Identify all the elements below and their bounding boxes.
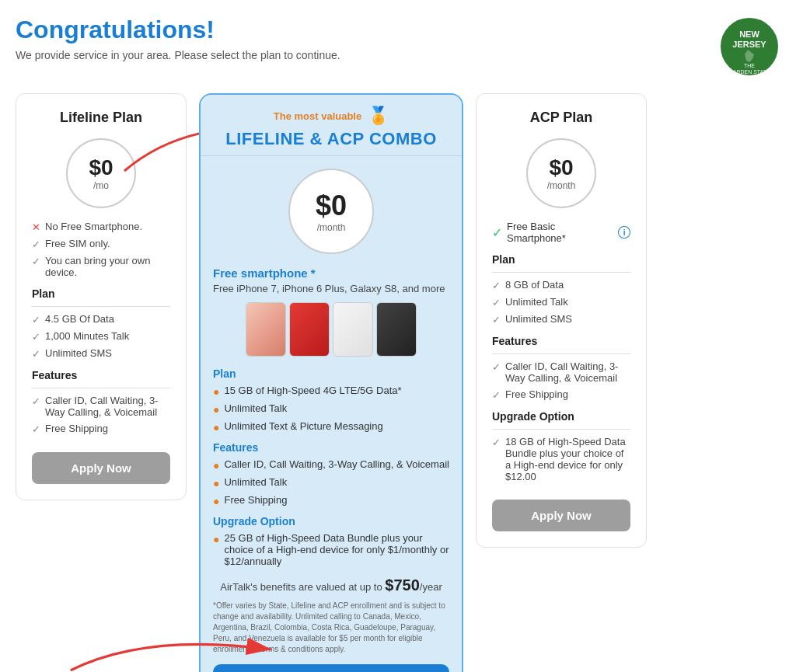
acp-voicemail: ✓ Caller ID, Call Waiting, 3-Way Calling…: [492, 360, 630, 384]
combo-header: The most valuable 🏅 LIFELINE & ACP COMBO: [201, 95, 462, 156]
lifeline-data: ✓ 4.5 GB Of Data: [32, 313, 170, 326]
svg-text:GARDEN STATE: GARDEN STATE: [728, 69, 770, 75]
acp-upgrade-label: Upgrade Option: [492, 410, 630, 423]
lifeline-voicemail: ✓ Caller ID, Call Waiting, 3-Way Calling…: [32, 395, 170, 418]
acp-talk: ✓ Unlimited Talk: [492, 296, 630, 308]
divider: [492, 272, 630, 273]
acp-shipping-text: Free Shipping: [505, 388, 568, 400]
acp-free-phone-row: ✓ Free Basic Smartphone* i: [492, 221, 630, 244]
orange-dot-icon: ●: [213, 421, 219, 433]
orange-dot-icon: ●: [213, 533, 219, 545]
combo-plan-label: Plan: [213, 367, 449, 380]
acp-plan-title: ACP Plan: [492, 110, 630, 126]
combo-upgrade-item: ● 25 GB of High-Speed Data Bundle plus y…: [213, 532, 449, 567]
info-icon[interactable]: i: [618, 226, 630, 239]
lifeline-no-smartphone-text: No Free Smartphone.: [45, 221, 142, 232]
combo-talk: ● Unlimited Talk: [213, 402, 449, 416]
airtalk-period: /year: [420, 581, 442, 593]
combo-data: ● 15 GB of High-Speed 4G LTE/5G Data*: [213, 385, 449, 398]
lifeline-talk: ✓ 1,000 Minutes Talk: [32, 330, 170, 343]
acp-shipping: ✓ Free Shipping: [492, 388, 630, 401]
check-icon: ✓: [492, 314, 501, 326]
lifeline-price-circle: $0 /mo: [66, 138, 136, 208]
lifeline-price: $0: [89, 155, 113, 180]
combo-badge-row: The most valuable 🏅: [213, 106, 449, 126]
svg-text:THE: THE: [744, 63, 755, 68]
check-icon: ✓: [492, 389, 501, 401]
combo-text: ● Unlimited Text & Picture Messaging: [213, 420, 449, 433]
lifeline-shipping: ✓ Free Shipping: [32, 423, 170, 435]
combo-price-circle: $0 /month: [288, 169, 374, 254]
orange-dot-icon: ●: [213, 459, 219, 472]
airtalk-amount: $750: [385, 576, 420, 594]
lifeline-features-label: Features: [32, 369, 170, 381]
green-check-icon: ✓: [492, 225, 502, 240]
lifeline-apply-button[interactable]: Apply Now: [32, 452, 170, 484]
combo-free-shipping-text: Free Shipping: [224, 494, 287, 506]
phone-images: [213, 302, 449, 357]
lifeline-byod: ✓ You can bring your own device.: [32, 255, 170, 278]
airtalk-value-text: AirTalk's benefits are valued at up to: [220, 581, 382, 593]
lifeline-shipping-text: Free Shipping: [45, 423, 108, 434]
acp-upgrade-item: ✓ 18 GB of High-Speed Data Bundle plus y…: [492, 436, 630, 482]
combo-plan-card: The most valuable 🏅 LIFELINE & ACP COMBO…: [199, 93, 463, 672]
combo-free-smartphone-label: Free smartphone *: [213, 266, 449, 280]
lifeline-sms: ✓ Unlimited SMS: [32, 347, 170, 360]
lifeline-plan-title: Lifeline Plan: [32, 110, 170, 126]
orange-dot-icon: ●: [213, 385, 219, 398]
lifeline-no-smartphone: ✕ No Free Smartphone.: [32, 221, 170, 233]
lifeline-data-text: 4.5 GB Of Data: [45, 313, 114, 325]
airtalk-value: AirTalk's benefits are valued at up to $…: [213, 576, 449, 594]
combo-apply-button[interactable]: Apply Now: [213, 664, 449, 672]
acp-apply-button[interactable]: Apply Now: [492, 500, 630, 531]
congratulations-title: Congratulations!: [16, 16, 340, 44]
combo-voicemail: ● Caller ID, Call Waiting, 3-Way Calling…: [213, 458, 449, 472]
acp-period: /month: [547, 180, 576, 191]
acp-price: $0: [549, 155, 573, 180]
acp-price-circle: $0 /month: [526, 138, 596, 208]
check-icon: ✓: [32, 314, 40, 326]
check-icon: ✓: [492, 437, 501, 448]
combo-voicemail-text: Caller ID, Call Waiting, 3-Way Calling, …: [224, 458, 449, 470]
acp-plan-label: Plan: [492, 253, 630, 266]
check-icon: ✓: [492, 280, 501, 291]
medal-icon: 🏅: [368, 106, 389, 126]
phone-white: [333, 302, 373, 357]
divider: [492, 353, 630, 354]
plans-container: Lifeline Plan $0 /mo ✕ No Free Smartphon…: [16, 93, 780, 672]
combo-body: $0 /month Free smartphone * Free iPhone …: [201, 156, 462, 672]
combo-unlimited-talk-text: Unlimited Talk: [224, 476, 287, 488]
page-subtitle: We provide service in your area. Please …: [16, 49, 340, 61]
phone-rose: [246, 302, 286, 357]
acp-talk-text: Unlimited Talk: [505, 296, 568, 308]
lifeline-plan-label: Plan: [32, 287, 170, 300]
combo-period: /month: [317, 222, 346, 233]
acp-sms-text: Unlimited SMS: [505, 313, 572, 325]
combo-features-label: Features: [213, 441, 449, 454]
check-icon: ✓: [32, 256, 40, 267]
check-icon: ✓: [32, 239, 40, 250]
phone-red: [289, 302, 330, 357]
check-icon: ✓: [492, 297, 501, 308]
acp-sms: ✓ Unlimited SMS: [492, 313, 630, 326]
svg-text:JERSEY: JERSEY: [732, 40, 766, 49]
nj-state-logo: NEW JERSEY THE GARDEN STATE: [718, 16, 780, 78]
lifeline-byod-text: You can bring your own device.: [45, 255, 170, 278]
combo-text-text: Unlimited Text & Picture Messaging: [224, 420, 382, 432]
lifeline-period: /mo: [93, 180, 109, 191]
acp-data: ✓ 8 GB of Data: [492, 279, 630, 291]
combo-upgrade-text: 25 GB of High-Speed Data Bundle plus you…: [224, 532, 449, 567]
combo-data-text: 15 GB of High-Speed 4G LTE/5G Data*: [224, 385, 401, 396]
phone-dark: [376, 302, 417, 357]
combo-disclaimer: *Offer varies by State, Lifeline and ACP…: [213, 601, 449, 655]
divider: [32, 388, 170, 388]
check-icon: ✓: [32, 423, 40, 435]
acp-upgrade-text: 18 GB of High-Speed Data Bundle plus you…: [505, 436, 630, 482]
acp-features-label: Features: [492, 335, 630, 347]
combo-free-shipping: ● Free Shipping: [213, 494, 449, 507]
lifeline-free-sim: ✓ Free SIM only.: [32, 238, 170, 250]
acp-voicemail-text: Caller ID, Call Waiting, 3-Way Calling, …: [505, 360, 630, 384]
combo-most-valuable-text: The most valuable: [274, 110, 361, 122]
combo-phone-desc: Free iPhone 7, iPhone 6 Plus, Galaxy S8,…: [213, 283, 449, 294]
check-icon: ✓: [32, 395, 40, 407]
